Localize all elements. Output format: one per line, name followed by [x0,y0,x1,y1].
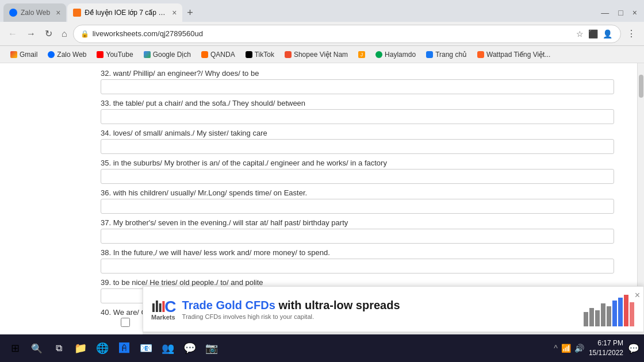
notification-icon[interactable]: 💬 [628,343,639,354]
scrollbar-thumb[interactable] [639,75,643,98]
svg-rect-0 [584,312,588,326]
bookmarks-bar: Gmail Zalo Web YouTube Google Dịch QANDA… [0,46,644,63]
q36-num: 36. [101,188,111,197]
bookmark-youtube[interactable]: YouTube [92,49,137,60]
taskbar-app6[interactable]: 💬 [179,338,200,359]
svg-rect-6 [618,298,623,326]
extensions-button[interactable]: ⋮ [623,26,639,41]
minimize-button[interactable]: — [597,7,612,18]
question-checkbox[interactable] [121,318,130,327]
bookmark-trangchu[interactable]: Trang chủ [421,49,471,60]
reload-button[interactable]: ↻ [41,26,56,41]
tab-zalo-close[interactable]: × [56,8,60,17]
back-button[interactable]: ← [5,26,21,41]
bookmark-google[interactable]: Google Dịch [139,49,195,60]
ad-banner: ılıIC Markets Trade Gold CFDs with ultra… [143,286,644,332]
q37-content: My brother's/ seven in the evening./ wil… [113,218,348,227]
taskbar-file-explorer[interactable]: 📁 [70,338,91,359]
bookmark-tiktok[interactable]: TikTok [241,49,279,60]
address-bar[interactable]: 🔒 liveworksheets.com/qj2789560ud ☆ ⬛ 👤 [73,25,621,43]
tab-zalo-web[interactable]: Zalo Web × [3,3,66,22]
taskbar-app7[interactable]: 📷 [201,338,222,359]
google-bm-label: Google Dịch [153,51,191,59]
q33-content: the table/ put a chair/ and the sofa./ T… [113,99,305,107]
system-tray: ^ 📶 🔊 [554,344,584,353]
ad-close-button[interactable]: × [635,290,640,301]
answer-input-35[interactable] [101,169,614,184]
extension-button[interactable]: ⬛ [587,28,599,40]
svg-rect-2 [595,310,600,326]
app5-icon: 👥 [162,342,174,355]
taskbar-app3[interactable]: 🅰 [114,338,135,359]
new-tab-button[interactable]: + [183,7,197,19]
windows-start-button[interactable]: ⊞ [5,338,25,359]
ad-chart [584,292,635,326]
answer-input-34[interactable] [101,139,614,154]
answer-input-37[interactable] [101,229,614,244]
question-37: 37. My brother's/ seven in the evening./… [101,218,614,244]
answer-input-33[interactable] [101,109,614,124]
question-32-text: 32. want/ Phillip/ an engineer?/ Why doe… [101,69,614,78]
answer-input-38[interactable] [101,259,614,274]
q40-num: 40. [101,308,111,317]
svg-rect-8 [630,302,634,326]
forward-button[interactable]: → [23,26,39,41]
app4-icon: 📧 [140,342,152,355]
bookmark-gmail[interactable]: Gmail [6,49,42,60]
taskbar-app5[interactable]: 👥 [158,338,178,359]
q34-content: loves/ of small/ animals./ My sister/ ta… [113,129,267,137]
answer-input-32[interactable] [101,79,614,94]
qanda-bm-label: QANDA [210,51,235,59]
network-icon[interactable]: 📶 [561,344,571,353]
question-39-text: 39. to be nice/ He tries/ old people./ t… [101,278,614,287]
clock-time: 6:17 PM [589,338,623,348]
maximize-button[interactable]: □ [615,7,626,18]
q38-content: In the future,/ we will have/ less work … [113,248,330,257]
bookmark-haylamdo[interactable]: Haylamdo [371,49,420,60]
shopee-bm-favicon [285,51,292,58]
app7-icon: 📷 [205,342,218,355]
gmail-label: Gmail [20,51,37,59]
bookmark-j[interactable]: J [354,50,370,59]
tray-caret-icon[interactable]: ^ [554,344,558,353]
home-button[interactable]: ⌂ [58,26,71,41]
tab-ioe[interactable]: Đề luyện IOE lớp 7 cấp quận wo... × [67,3,182,22]
question-36-text: 36. with his children/ usually/ Mr.Long/… [101,188,614,197]
haylamdo-bm-label: Haylamdo [385,51,416,59]
tab-ioe-label: Đề luyện IOE lớp 7 cấp quận wo... [85,9,166,17]
q35-content: in the suburbs/ My brother is an/ of the… [113,159,387,167]
youtube-bm-label: YouTube [106,51,133,59]
app6-icon: 💬 [183,342,196,355]
ad-subtext: Trading CFDs involves high risk to your … [182,313,577,320]
profile-button[interactable]: 👤 [601,28,614,40]
taskbar-app4[interactable]: 📧 [136,338,156,359]
time-display[interactable]: 6:17 PM 15/11/2022 [589,338,623,358]
taskbar-edge[interactable]: 🌐 [92,338,113,359]
answer-input-36[interactable] [101,199,614,214]
bookmark-star-button[interactable]: ☆ [575,28,585,40]
question-33-text: 33. the table/ put a chair/ and the sofa… [101,99,614,107]
volume-icon[interactable]: 🔊 [574,344,584,353]
taskbar-right: ^ 📶 🔊 6:17 PM 15/11/2022 💬 [554,338,639,358]
search-taskbar-button[interactable]: 🔍 [26,338,47,359]
zalo-favicon [9,9,17,17]
bookmark-wattpad[interactable]: Wattpad Tiếng Việt... [473,49,555,60]
svg-rect-3 [601,303,605,326]
svg-rect-7 [624,295,628,326]
bookmark-qanda[interactable]: QANDA [197,49,240,60]
address-icons: ☆ ⬛ 👤 [575,28,614,40]
ad-headline: Trade Gold CFDs with ultra-low spreads [182,299,577,312]
wattpad-bm-favicon [477,51,484,58]
tab-ioe-close[interactable]: × [172,8,177,17]
trangchu-bm-label: Trang chủ [435,51,467,59]
svg-rect-4 [607,306,611,326]
trangchu-bm-favicon [426,51,433,58]
url-text: liveworksheets.com/qj2789560ud [93,29,572,38]
edge-icon: 🌐 [96,342,109,355]
app3-icon: 🅰 [119,342,129,355]
question-38: 38. In the future,/ we will have/ less w… [101,248,614,274]
task-view-button[interactable]: ⧉ [48,338,69,359]
bookmark-zalo[interactable]: Zalo Web [43,49,91,60]
bookmark-shopee[interactable]: Shopee Việt Nam [280,49,352,60]
close-window-button[interactable]: × [629,7,641,18]
